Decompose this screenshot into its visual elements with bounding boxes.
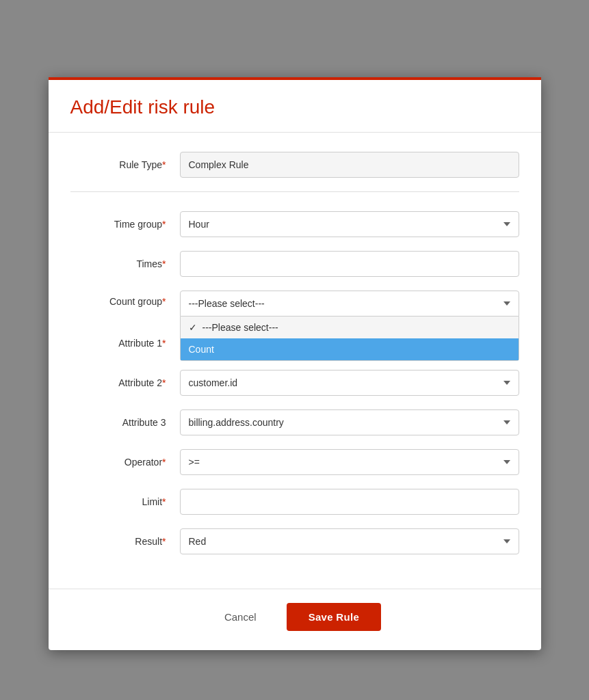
modal-title: Add/Edit risk rule: [70, 96, 519, 118]
operator-label: Operator*: [70, 457, 180, 468]
modal-overlay: Add/Edit risk rule Rule Type* Complex Ru…: [14, 14, 575, 700]
operator-group: Operator* >= <= > < = !=: [70, 449, 519, 475]
result-label: Result*: [70, 536, 180, 547]
attribute2-group: Attribute 2* ---Please select--- custome…: [70, 370, 519, 396]
count-group-trigger[interactable]: ---Please select---: [180, 291, 519, 317]
attribute2-label: Attribute 2*: [70, 377, 180, 388]
attribute3-group: Attribute 3 ---Please select--- customer…: [70, 409, 519, 435]
count-group-group: Count group* ---Please select--- ---Plea…: [70, 291, 519, 317]
time-group-label: Time group*: [70, 219, 180, 230]
rule-type-group: Rule Type* Complex Rule Simple Rule: [70, 152, 519, 178]
count-group-option-please-select[interactable]: ---Please select---: [181, 317, 519, 338]
operator-select[interactable]: >= <= > < = !=: [180, 449, 519, 475]
section-divider: [70, 191, 519, 192]
modal-footer: Cancel Save Rule: [49, 589, 541, 650]
times-input[interactable]: 12: [180, 251, 519, 277]
attribute2-select[interactable]: ---Please select--- customer.id billing.…: [180, 370, 519, 396]
count-group-menu: ---Please select--- Count: [180, 317, 519, 361]
limit-label: Limit*: [70, 496, 180, 507]
modal-body: Rule Type* Complex Rule Simple Rule Time…: [49, 133, 541, 582]
time-group-group: Time group* Minute Hour Day Week Month: [70, 211, 519, 237]
cancel-button[interactable]: Cancel: [208, 604, 273, 630]
attribute3-label: Attribute 3: [70, 417, 180, 428]
save-button[interactable]: Save Rule: [287, 603, 381, 631]
limit-input[interactable]: 1: [180, 489, 519, 515]
times-label: Times*: [70, 258, 180, 269]
modal-dialog: Add/Edit risk rule Rule Type* Complex Ru…: [49, 77, 541, 650]
rule-type-label: Rule Type*: [70, 159, 180, 170]
limit-group: Limit* 1: [70, 489, 519, 515]
rule-type-select[interactable]: Complex Rule Simple Rule: [180, 152, 519, 178]
count-group-option-count[interactable]: Count: [181, 338, 519, 360]
count-group-label: Count group*: [70, 291, 180, 307]
count-group-selected-value: ---Please select---: [189, 298, 265, 309]
attribute3-select[interactable]: ---Please select--- customer.id billing.…: [180, 409, 519, 435]
modal-header: Add/Edit risk rule: [49, 77, 541, 133]
result-select[interactable]: Green Yellow Red: [180, 528, 519, 554]
result-group: Result* Green Yellow Red: [70, 528, 519, 554]
attribute1-label: Attribute 1*: [70, 338, 180, 349]
times-group: Times* 12: [70, 251, 519, 277]
time-group-select[interactable]: Minute Hour Day Week Month: [180, 211, 519, 237]
count-group-dropdown-wrapper: ---Please select--- ---Please select--- …: [180, 291, 519, 317]
